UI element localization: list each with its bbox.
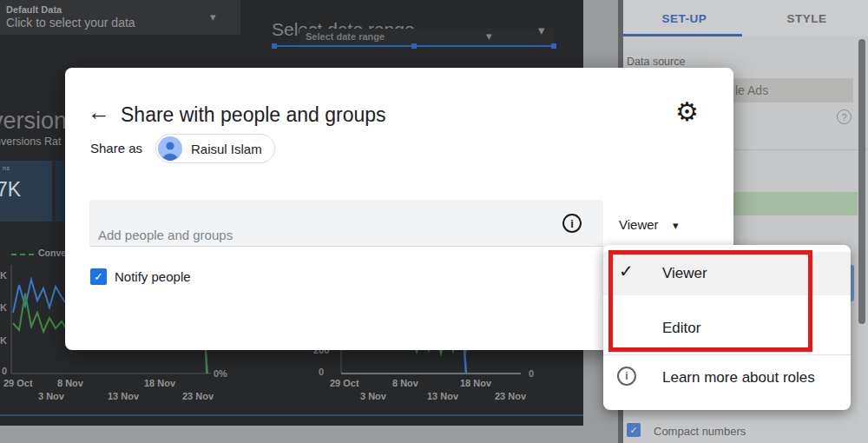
active-tab-underline: [623, 34, 742, 36]
page-divider: [0, 414, 583, 416]
panel-tabs: SET-UP STYLE: [623, 0, 868, 36]
avatar: [158, 136, 182, 161]
info-icon: i: [617, 367, 636, 386]
screen: Default Data Click to select your data ▾…: [0, 0, 868, 443]
annotation-highlight-rectangle: [608, 250, 812, 352]
gear-icon[interactable]: ⚙: [675, 99, 699, 125]
notify-people-checkbox[interactable]: ✓: [90, 268, 107, 285]
owner-chip[interactable]: Raisul Islam: [155, 134, 275, 163]
role-selector[interactable]: Viewer: [619, 217, 659, 232]
menu-divider: [603, 354, 851, 355]
notify-people-label: Notify people: [115, 269, 191, 284]
learn-more-link[interactable]: Learn more about roles: [662, 369, 815, 387]
data-source-value: le Ads: [735, 83, 768, 97]
owner-name: Raisul Islam: [191, 142, 262, 156]
back-arrow-icon[interactable]: ←: [88, 101, 110, 123]
chevron-down-icon[interactable]: ▾: [673, 219, 679, 232]
compact-numbers-label: Compact numbers: [654, 425, 746, 438]
info-icon[interactable]: i: [562, 214, 582, 233]
tab-setup[interactable]: SET-UP: [623, 0, 746, 36]
data-source-label: Data source: [627, 56, 685, 68]
compact-numbers-checkbox[interactable]: ✓: [627, 423, 641, 437]
tab-style[interactable]: STYLE: [746, 0, 868, 36]
panel-scrollbar[interactable]: [858, 39, 865, 324]
add-people-placeholder: Add people and groups: [98, 228, 233, 242]
share-as-label: Share as: [90, 141, 142, 155]
dialog-title: Share with people and groups: [121, 103, 386, 127]
help-icon[interactable]: ?: [837, 109, 852, 124]
